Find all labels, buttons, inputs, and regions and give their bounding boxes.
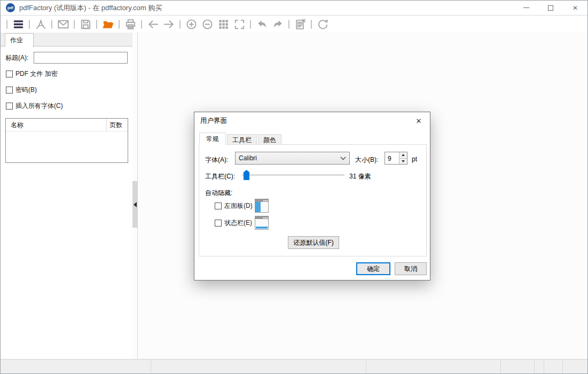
back-button[interactable] <box>145 17 161 32</box>
open-button[interactable] <box>100 17 116 32</box>
zoom-out-icon <box>201 18 214 30</box>
back-arrow-icon <box>147 18 159 30</box>
autohide-status-bar-option[interactable]: 状态栏(E) <box>215 219 252 228</box>
autohide-left-panel-option[interactable]: 左面板(D) <box>215 201 253 211</box>
restore-defaults-button[interactable]: 还原默认值(F) <box>288 236 339 249</box>
toolbar-separator <box>179 20 181 29</box>
page-report-button[interactable] <box>292 17 308 32</box>
menu-button[interactable] <box>10 17 26 32</box>
maximize-button[interactable] <box>538 1 563 15</box>
refresh-icon <box>317 18 329 30</box>
email-button[interactable] <box>55 17 71 32</box>
toolbar-separator <box>29 20 30 29</box>
autohide-status-bar-label: 状态栏(E) <box>224 219 252 228</box>
status-bar-preview-icon <box>255 216 269 230</box>
font-select-value: Calibri <box>239 154 257 162</box>
app-window: pdf pdfFactory (试用版本) - 在 pdffactory.com… <box>0 0 588 374</box>
toolbar-separator <box>141 20 142 29</box>
dialog-tabs: 常规 工具栏 颜色 <box>199 133 283 145</box>
font-size-input[interactable] <box>385 152 399 164</box>
font-select[interactable]: Calibri <box>235 152 350 165</box>
splitter-collapse-handle[interactable] <box>132 181 138 228</box>
tab-general[interactable]: 常规 <box>199 133 226 145</box>
toolbar-separator <box>6 20 7 29</box>
embed-fonts-option[interactable]: 插入所有字体(C) <box>6 102 128 111</box>
font-label: 字体(A): <box>205 155 228 165</box>
spin-up-button[interactable] <box>399 152 407 158</box>
autohide-label: 自动隐藏: <box>205 189 232 198</box>
embed-fonts-label: 插入所有字体(C) <box>15 102 63 111</box>
minimize-button[interactable] <box>514 1 538 15</box>
encrypt-pdf-label: PDF 文件 加密 <box>15 69 58 79</box>
close-button[interactable]: ✕ <box>563 1 587 15</box>
cancel-button[interactable]: 取消 <box>395 262 427 275</box>
autohide-status-bar-checkbox[interactable] <box>215 220 222 227</box>
zoom-in-button[interactable] <box>183 17 199 32</box>
thumbnail-view-button[interactable] <box>215 17 231 32</box>
toolbar-separator <box>250 20 251 29</box>
acrobat-button[interactable] <box>33 17 49 32</box>
toolbar-separator <box>288 20 289 29</box>
status-section <box>366 360 501 373</box>
zoom-in-icon <box>185 18 198 30</box>
undo-button[interactable] <box>254 17 270 32</box>
ok-button[interactable]: 确定 <box>356 262 390 275</box>
dialog-close-button[interactable]: ✕ <box>413 115 425 126</box>
save-button[interactable] <box>77 17 93 32</box>
fit-page-icon <box>233 18 246 30</box>
print-icon <box>124 18 137 30</box>
forward-button[interactable] <box>161 17 177 32</box>
spin-down-icon <box>402 160 405 162</box>
tab-toolbar[interactable]: 工具栏 <box>227 134 257 145</box>
undo-icon <box>256 18 268 30</box>
status-section <box>535 360 544 373</box>
tab-colors[interactable]: 颜色 <box>258 134 281 145</box>
column-header-pages[interactable]: 页数 <box>106 119 128 131</box>
chevron-down-icon <box>340 157 346 160</box>
toolbar-separator <box>311 20 312 29</box>
menu-icon <box>12 18 25 30</box>
embed-fonts-checkbox[interactable] <box>6 103 13 110</box>
redo-icon <box>272 18 284 30</box>
password-checkbox[interactable] <box>6 87 13 94</box>
page-report-icon <box>294 18 307 30</box>
status-section <box>563 360 587 373</box>
save-icon <box>80 18 92 30</box>
slider-thumb[interactable] <box>244 170 249 180</box>
status-section <box>151 360 366 373</box>
window-controls: ✕ <box>514 1 587 15</box>
left-panel-preview-icon <box>255 199 269 213</box>
spin-down-button[interactable] <box>399 158 407 165</box>
jobs-panel: 作业 标题(A): PDF 文件 加密 密码(B) 插入所有字体(C) 名称 <box>1 33 132 360</box>
zoom-out-button[interactable] <box>199 17 215 32</box>
fit-page-button[interactable] <box>231 17 247 32</box>
dialog-title: 用户界面 <box>200 116 227 126</box>
collapse-left-icon <box>134 202 137 207</box>
spin-up-icon <box>402 154 405 156</box>
status-section <box>501 360 535 373</box>
refresh-button[interactable] <box>315 17 331 32</box>
autohide-left-panel-checkbox[interactable] <box>215 202 222 209</box>
redo-button[interactable] <box>270 17 286 32</box>
open-folder-icon <box>102 18 114 30</box>
encrypt-pdf-option[interactable]: PDF 文件 加密 <box>6 69 128 79</box>
password-label: 密码(B) <box>15 85 37 95</box>
toolbar-size-slider[interactable] <box>242 169 344 181</box>
slider-track[interactable] <box>242 174 344 176</box>
print-button[interactable] <box>122 17 138 32</box>
tab-jobs[interactable]: 作业 <box>5 33 34 47</box>
status-section <box>544 360 563 373</box>
title-bar: pdf pdfFactory (试用版本) - 在 pdffactory.com… <box>1 1 587 15</box>
title-input[interactable] <box>34 52 128 64</box>
toolbar-separator <box>119 20 120 29</box>
status-section <box>1 360 151 373</box>
toolbar-separator <box>96 20 97 29</box>
job-list-header: 名称 页数 <box>6 119 128 131</box>
app-logo-icon: pdf <box>6 3 15 12</box>
password-option[interactable]: 密码(B) <box>6 85 128 95</box>
maximize-icon <box>548 5 553 11</box>
column-header-name[interactable]: 名称 <box>6 119 106 131</box>
encrypt-pdf-checkbox[interactable] <box>6 71 13 77</box>
job-list[interactable]: 名称 页数 <box>5 118 128 163</box>
minimize-icon <box>523 7 529 8</box>
